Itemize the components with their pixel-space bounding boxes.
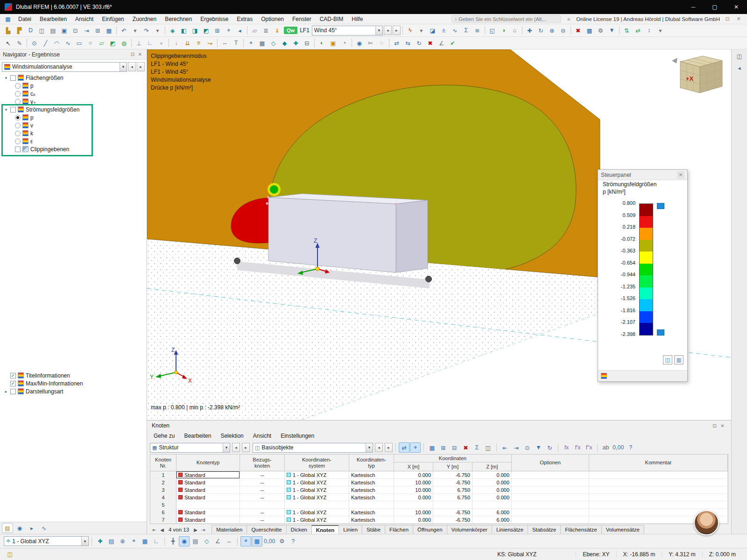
cell-y[interactable]	[433, 501, 472, 509]
load-case-combobox[interactable]: Wind 45° ▾	[312, 26, 383, 35]
save-icon[interactable]: ▣	[59, 25, 70, 35]
cell-koordinatensystem[interactable]: 1 - Global XYZ	[285, 494, 349, 501]
menu-item[interactable]: Zuordnen	[128, 14, 161, 24]
table-tab[interactable]: Flächen	[385, 525, 413, 534]
snap-settings-icon[interactable]: ⌖	[246, 38, 256, 48]
result-values-icon[interactable]: ±	[438, 25, 449, 35]
cell-y[interactable]: -6.750	[433, 509, 472, 516]
tree-item[interactable]: cₚ	[0, 90, 147, 98]
new-line-icon[interactable]: ╱	[40, 38, 51, 48]
tree-item[interactable]: v	[0, 121, 147, 129]
sort-icon[interactable]: ⇅	[621, 25, 632, 35]
row-number[interactable]: 2	[150, 479, 176, 486]
cell-koordinatentyp[interactable]: Kartesisch	[349, 494, 394, 501]
user-avatar-photo[interactable]	[694, 510, 719, 535]
cell-y[interactable]: -6.750	[433, 479, 472, 486]
tree-item-clippingebenen[interactable]: Clippingebenen	[0, 145, 147, 153]
cell-bezugsknoten[interactable]: --	[240, 509, 285, 516]
section-view-icon[interactable]: ◔	[339, 38, 350, 48]
printout-report-icon[interactable]: ▤	[48, 25, 58, 35]
cell-z[interactable]: 0.000	[472, 471, 512, 479]
panel-pin-icon[interactable]: ◫	[734, 51, 745, 61]
chevron-down-icon[interactable]: ▾	[223, 443, 230, 452]
cell-koordinatensystem[interactable]: 1 - Global XYZ	[285, 516, 349, 524]
status-panel-icon[interactable]: ◫	[5, 549, 15, 560]
table-row[interactable]: 2 Standard -- 1 - Global XYZ Kartesisch …	[150, 479, 728, 486]
cell-knotentyp[interactable]	[176, 501, 240, 509]
measure-icon[interactable]: ∠	[436, 38, 447, 48]
free-load-icon[interactable]: ↝	[204, 38, 215, 48]
result-panel-icon[interactable]: ◪	[427, 25, 438, 35]
node-marker[interactable]	[234, 258, 240, 264]
work-plane-icon[interactable]: ▱	[249, 25, 260, 35]
nodal-support-icon[interactable]: ⊥	[134, 38, 144, 48]
radio-button[interactable]	[15, 139, 21, 144]
collapse-arrow-icon[interactable]: ▾	[4, 107, 8, 112]
cell-koordinatentyp[interactable]: Kartesisch	[349, 516, 394, 524]
plane-offset-icon[interactable]: ⊟	[302, 38, 312, 48]
keyword-search[interactable]: ›	[451, 15, 561, 23]
last-table-button[interactable]: ⇥	[199, 527, 207, 532]
undo-icon[interactable]: ↶	[119, 25, 129, 35]
previous-table-page-button[interactable]: ◀	[158, 527, 166, 532]
visibility-icon[interactable]: ◉	[354, 38, 365, 48]
rendered-model-icon[interactable]: ▣	[328, 38, 338, 48]
minimize-button[interactable]: ─	[683, 0, 704, 14]
guidelines-icon[interactable]: ╋	[168, 536, 178, 546]
close-button[interactable]: ✕	[726, 0, 747, 14]
previous-loadcase-button[interactable]: ◂	[384, 26, 392, 35]
tree-item[interactable]: k	[0, 129, 147, 137]
cell-bezugsknoten[interactable]: --	[240, 479, 285, 486]
new-solid-icon[interactable]: ◩	[107, 38, 118, 48]
cell-koordinatensystem[interactable]: 1 - Global XYZ	[285, 479, 349, 486]
work-plane-xz-icon[interactable]: ◆	[279, 38, 290, 48]
export-table-icon[interactable]: ⇥	[511, 442, 521, 453]
column-header-koordinaten[interactable]: Koordinaten X [m]Y [m]Z [m]	[394, 455, 512, 471]
cell-z[interactable]: 6.000	[472, 509, 512, 516]
cell-kommentar[interactable]	[589, 479, 728, 486]
table-tab[interactable]: Öffnungen	[413, 525, 447, 534]
next-loadcase-button[interactable]: ▸	[393, 26, 401, 35]
function-second-derivative-icon[interactable]: f″x	[584, 442, 594, 453]
charts-panel-tab[interactable]: ∿	[38, 523, 49, 533]
first-table-button[interactable]: ⇤	[151, 527, 158, 532]
table-tab[interactable]: Stabsätze	[528, 525, 561, 534]
cell-y[interactable]: 6.750	[433, 486, 472, 494]
radio-button[interactable]	[15, 99, 21, 105]
grid-toggle-icon[interactable]: ▦	[252, 536, 262, 546]
cell-koordinatensystem[interactable]: 1 - Global XYZ	[285, 509, 349, 516]
select-pointer-icon[interactable]: ↖	[3, 38, 14, 48]
cell-x[interactable]	[394, 501, 433, 509]
table-help-icon[interactable]: ?	[625, 442, 636, 453]
cell-koordinatentyp[interactable]: Kartesisch	[349, 509, 394, 516]
origin-icon[interactable]: ⊕	[117, 536, 128, 546]
zoom-window-icon[interactable]: ⊞	[212, 25, 223, 35]
cell-optionen[interactable]	[512, 494, 589, 501]
menu-item[interactable]: Einfügen	[98, 14, 128, 24]
row-number[interactable]: 7	[150, 516, 176, 524]
coordinate-system-combobox[interactable]: ✛ 1 - Global XYZ ▾	[4, 536, 89, 546]
menu-item[interactable]: Ergebnisse	[196, 14, 233, 24]
surface-load-icon[interactable]: ≡	[193, 38, 204, 48]
function-derivative-icon[interactable]: f′x	[572, 442, 583, 453]
building-front-face[interactable]	[268, 197, 396, 273]
grid-settings-icon[interactable]: ▦	[257, 38, 268, 48]
building-corner-node[interactable]	[395, 203, 397, 205]
panel-expand-icon[interactable]: ◂	[734, 63, 745, 73]
cell-kommentar[interactable]	[589, 494, 728, 501]
row-number[interactable]: 6	[150, 509, 176, 516]
decimal-places-icon[interactable]: 0,00	[263, 536, 276, 546]
isolate-objects-icon[interactable]: ◌	[376, 38, 387, 48]
previous-group-button[interactable]: ◂	[375, 443, 383, 452]
data-panel-tab[interactable]: ▤	[2, 523, 13, 533]
table-tab[interactable]: Querschnitte	[247, 525, 286, 534]
refresh-table-icon[interactable]: ↻	[544, 442, 555, 453]
cell-x[interactable]: 10.000	[394, 509, 433, 516]
cell-knotentyp[interactable]: Standard	[176, 509, 240, 516]
radio-button[interactable]	[15, 115, 21, 120]
results-menu-icon[interactable]: ▾	[416, 25, 427, 35]
table-row[interactable]: 5	[150, 501, 728, 509]
cell-optionen[interactable]	[512, 509, 589, 516]
menu-item[interactable]: Hilfe	[347, 14, 367, 24]
checkbox[interactable]	[10, 75, 16, 81]
